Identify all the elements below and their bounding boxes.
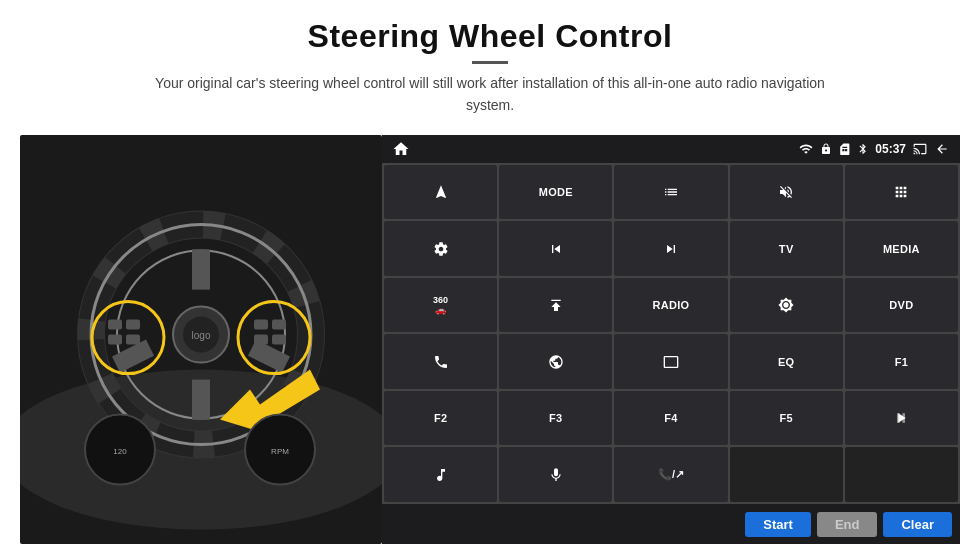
btn-dvd[interactable]: DVD: [845, 278, 958, 333]
btn-screen[interactable]: [614, 334, 727, 389]
back-icon: [934, 142, 950, 156]
btn-prev[interactable]: [499, 221, 612, 276]
bluetooth-icon: [857, 142, 869, 156]
content-section: logo 120: [0, 125, 980, 544]
btn-tv[interactable]: TV: [730, 221, 843, 276]
svg-text:logo: logo: [192, 329, 211, 340]
svg-rect-20: [254, 334, 268, 344]
svg-rect-17: [126, 334, 140, 344]
svg-text:120: 120: [113, 446, 127, 455]
status-time: 05:37: [875, 142, 906, 156]
status-right: 05:37: [798, 142, 950, 156]
svg-rect-14: [108, 319, 122, 329]
cast-icon: [912, 142, 928, 156]
status-bar: 05:37: [382, 135, 960, 163]
btn-f1[interactable]: F1: [845, 334, 958, 389]
end-button[interactable]: End: [817, 512, 878, 537]
page-title: Steering Wheel Control: [40, 18, 940, 55]
svg-text:RPM: RPM: [271, 446, 289, 455]
svg-rect-16: [126, 319, 140, 329]
title-divider: [472, 61, 508, 64]
btn-empty2: [845, 447, 958, 502]
btn-eject[interactable]: [499, 278, 612, 333]
btn-settings[interactable]: [384, 221, 497, 276]
android-panel: 05:37 MODE: [382, 135, 960, 544]
btn-empty1: [730, 447, 843, 502]
btn-eq[interactable]: EQ: [730, 334, 843, 389]
svg-rect-22: [272, 334, 286, 344]
clear-button[interactable]: Clear: [883, 512, 952, 537]
btn-brightness[interactable]: [730, 278, 843, 333]
status-left: [392, 140, 410, 158]
btn-apps[interactable]: [845, 165, 958, 220]
svg-rect-19: [254, 319, 268, 329]
btn-next[interactable]: [614, 221, 727, 276]
button-grid: MODE: [382, 163, 960, 504]
start-button[interactable]: Start: [745, 512, 811, 537]
btn-mute[interactable]: [730, 165, 843, 220]
btn-f4[interactable]: F4: [614, 391, 727, 446]
btn-mode[interactable]: MODE: [499, 165, 612, 220]
lock-icon: [820, 142, 832, 156]
btn-f3[interactable]: F3: [499, 391, 612, 446]
home-icon: [392, 140, 410, 158]
btn-list[interactable]: [614, 165, 727, 220]
btn-media[interactable]: MEDIA: [845, 221, 958, 276]
bottom-bar: Start End Clear: [382, 504, 960, 544]
btn-browser[interactable]: [499, 334, 612, 389]
svg-rect-15: [108, 334, 122, 344]
svg-rect-21: [272, 319, 286, 329]
steering-wheel-image: logo 120: [20, 135, 382, 544]
page-subtitle: Your original car's steering wheel contr…: [150, 72, 830, 117]
page-container: Steering Wheel Control Your original car…: [0, 0, 980, 544]
btn-music[interactable]: [384, 447, 497, 502]
btn-navigate[interactable]: [384, 165, 497, 220]
btn-mic[interactable]: [499, 447, 612, 502]
btn-phone[interactable]: [384, 334, 497, 389]
btn-f5[interactable]: F5: [730, 391, 843, 446]
wifi-icon: [798, 142, 814, 156]
btn-phonecall[interactable]: 📞/↗: [614, 447, 727, 502]
sim-icon: [838, 142, 851, 156]
btn-radio[interactable]: RADIO: [614, 278, 727, 333]
header-section: Steering Wheel Control Your original car…: [0, 0, 980, 125]
btn-360cam[interactable]: 360🚗: [384, 278, 497, 333]
btn-playpause[interactable]: [845, 391, 958, 446]
btn-f2[interactable]: F2: [384, 391, 497, 446]
